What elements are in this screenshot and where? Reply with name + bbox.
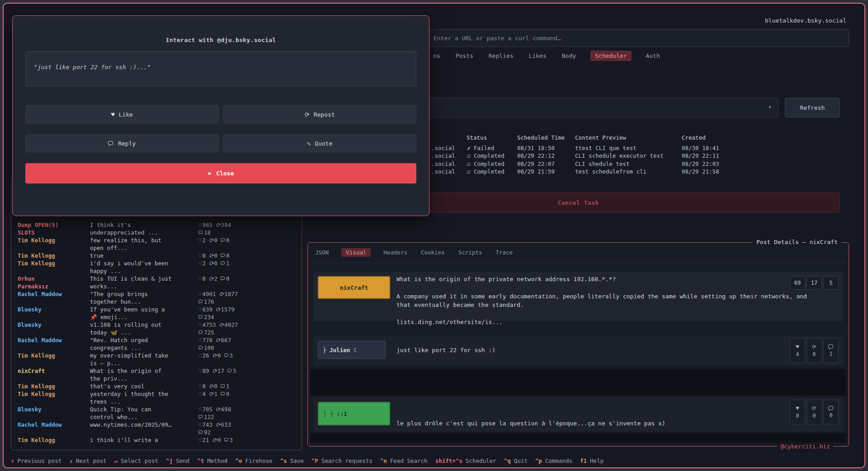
like-stat: ♡639 <box>198 306 212 313</box>
quote-button[interactable]: ✎Quote <box>223 134 417 152</box>
url-input[interactable] <box>427 29 849 47</box>
status-icon: ☑ <box>467 168 474 176</box>
repost-button[interactable]: ⟳Repost <box>223 105 417 123</box>
like-count: 4753 <box>203 321 216 329</box>
detail-tab[interactable]: JSON <box>314 248 330 257</box>
like-stat: ♡4753 <box>198 321 216 329</box>
detail-tab[interactable]: Scripts <box>458 248 483 257</box>
feed-row[interactable]: Tim Kellogg i'd say i would've been happ… <box>11 259 302 275</box>
keybinding-label: Send <box>176 457 189 464</box>
repost-stat[interactable]: ⟳0 <box>807 338 822 363</box>
like-stat: ♡89 <box>198 367 209 375</box>
modal-actions: ♥Like ⟳Repost Reply ✎Quote <box>25 105 416 152</box>
like-count: 8 <box>203 275 206 283</box>
repost-icon: ⟳ <box>209 390 213 398</box>
reply-stat[interactable]: 1 <box>823 338 839 363</box>
row-content-preview: test schedulefrom cli <box>575 168 682 176</box>
feed-row[interactable]: Tim Kellogg true ♡8 ⟳0 0 <box>11 252 302 259</box>
separator-band <box>310 433 846 443</box>
like-label: Like <box>119 111 133 118</box>
keybinding-key: f1 <box>580 457 587 464</box>
feed-row[interactable]: Rachel Maddow "Rev. Hatch urged congrega… <box>11 336 302 352</box>
like-stat: ♡743 <box>198 421 212 429</box>
keybinding-hint: ^P Search requests <box>311 457 373 464</box>
detail-tab[interactable]: Trace <box>495 248 514 257</box>
feed-row[interactable]: Rachel Maddow "The group brings together… <box>11 290 302 306</box>
reply-button[interactable]: Reply <box>25 134 219 152</box>
like-count: 639 <box>203 306 213 313</box>
feed-preview: Quick Tip: You can control who... <box>90 405 198 421</box>
repost-icon: ⟳ <box>305 111 310 118</box>
main-tab[interactable]: Replies <box>488 51 514 61</box>
feed-row[interactable]: Tim Kellogg few realize this, but open o… <box>11 236 302 252</box>
detail-tab[interactable]: Cookies <box>420 248 446 257</box>
reply-card[interactable]: ├ Julien ☾ just like port 22 for ssh :) … <box>313 336 843 366</box>
refresh-button[interactable]: Refresh <box>785 98 840 118</box>
repost-count: 633 <box>221 421 231 429</box>
repost-icon: ⟳ <box>212 436 217 444</box>
detail-tab[interactable]: Visual <box>341 248 371 257</box>
keybinding-label: Next post <box>76 457 107 464</box>
feed-stats: ♡8 ⟳2 0 <box>198 275 244 290</box>
repost-icon: ⟳ <box>212 367 217 375</box>
status-icon: ✗ <box>467 144 474 152</box>
main-tab[interactable]: Scheduler <box>590 51 631 61</box>
quote-label: Quote <box>315 140 332 147</box>
repost-stat[interactable]: ⟳0 <box>807 400 822 424</box>
repost-count: 0 <box>813 351 816 358</box>
account-handle: bluetalkdev.bsky.social <box>765 17 846 24</box>
feed-row[interactable]: Tim Kellogg my over-simplified take is —… <box>11 352 302 367</box>
repost-count: 498 <box>221 405 231 413</box>
reply-author: │ ├ ::1 <box>323 410 347 417</box>
reply-count: 5 <box>233 367 236 375</box>
like-stat[interactable]: ♥0 <box>790 400 805 424</box>
repost-icon: ⟳ <box>219 321 224 329</box>
feed-preview: my over-simplified take is — p... <box>90 352 198 367</box>
reply-label: Reply <box>118 140 136 147</box>
feed-row[interactable]: Orhun Parmaksız This TUI is clean & just… <box>11 275 302 290</box>
keybinding-key: ^j <box>166 457 173 464</box>
close-button[interactable]: ×Close <box>25 163 416 184</box>
main-tab[interactable]: Posts <box>455 51 474 61</box>
repost-count: 0 <box>214 236 218 244</box>
main-tab[interactable]: Auth <box>645 51 661 61</box>
feed-author: Tim Kellogg <box>18 252 90 259</box>
like-button[interactable]: ♥Like <box>25 105 219 123</box>
reply-icon <box>221 384 225 387</box>
feed-stats: ♡2 ⟳0 1 <box>198 259 244 275</box>
keybinding-label: Quit <box>514 457 528 464</box>
keybinding-label: Firehose <box>245 457 272 464</box>
reply-stat[interactable]: 0 <box>823 400 839 424</box>
feed-row[interactable]: Dump OPEN(5) SLOTS I think it's underapp… <box>11 221 302 236</box>
feed-row[interactable]: Bluesky Quick Tip: You can control who..… <box>11 405 302 421</box>
feed-row[interactable]: Tim Kellogg that's very cool ♡8 ⟳0 1 <box>11 382 302 390</box>
detail-tab[interactable]: Headers <box>382 248 408 257</box>
repost-stat: ⟳667 <box>216 336 231 344</box>
main-tab[interactable]: ns <box>432 51 441 61</box>
reply-card[interactable]: │ ├ ::1 le plus drôle c'est qui pose la … <box>313 397 843 432</box>
keybinding-hint: ^t Method <box>197 457 227 464</box>
like-stat[interactable]: ♥4 <box>790 338 805 363</box>
main-tab[interactable]: Body <box>561 51 577 61</box>
main-tab[interactable]: Likes <box>528 51 547 61</box>
reply-icon <box>224 438 228 441</box>
repost-icon: ⟳ <box>209 236 213 244</box>
repost-count: 1877 <box>224 290 238 298</box>
feed-row[interactable]: Rachel Maddow www.nytimes.com/2025/09… ♡… <box>11 421 302 436</box>
reply-stat: 3 <box>224 436 233 444</box>
feed-panel: Dump OPEN(5) SLOTS I think it's underapp… <box>11 177 302 450</box>
feed-row[interactable]: Bluesky If you've been using a 📌 emoji..… <box>11 306 302 321</box>
feed-row[interactable]: Tim Kellogg i think i'll write a ♡21 ⟳0 … <box>11 436 302 444</box>
repost-stat: ⟳498 <box>216 405 231 413</box>
like-count: 743 <box>203 421 213 429</box>
reply-text: just like port 22 for ssh :) <box>396 347 495 353</box>
table-header-spacer <box>431 134 467 144</box>
reply-icon <box>198 231 203 234</box>
like-stat: ♡8 <box>198 382 206 390</box>
feed-row[interactable]: Tim Kellogg yesterday i thought the tree… <box>11 390 302 405</box>
feed-row[interactable]: Bluesky v1.108 is rolling out today 🦋 ..… <box>11 321 302 336</box>
row-status: ✗Failed <box>467 144 517 152</box>
main-post-card[interactable]: nixCraft What is the origin of the priva… <box>313 272 843 321</box>
quote-pen-icon: ✎ <box>307 140 311 147</box>
feed-row[interactable]: nixCraft What is the origin of the priv.… <box>11 367 302 382</box>
